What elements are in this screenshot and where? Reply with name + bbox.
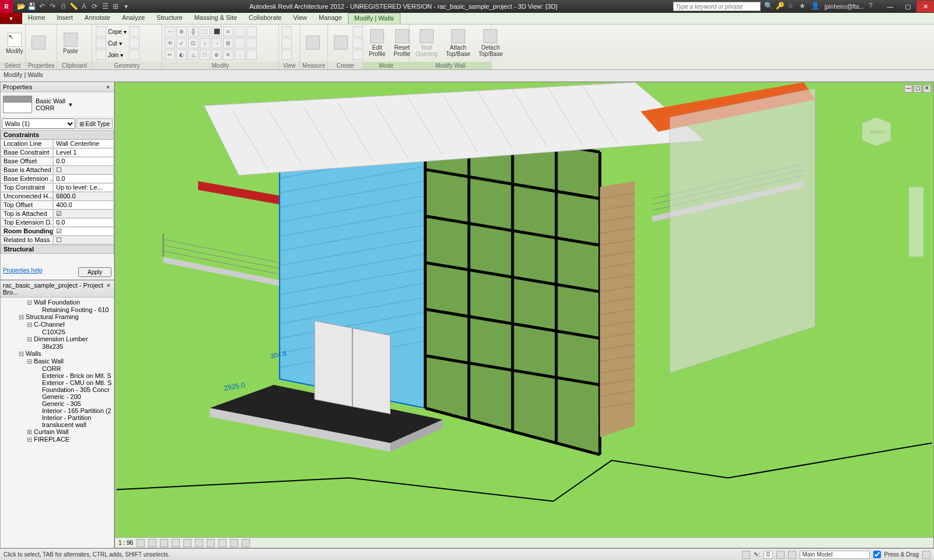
tab-modify-walls[interactable]: Modify | Walls — [348, 13, 400, 24]
detail-level-icon[interactable] — [137, 539, 145, 547]
modify-tool[interactable] — [235, 26, 245, 37]
property-row[interactable]: Location LineWall Centerline — [1, 139, 114, 148]
tree-node[interactable]: Exterior - CMU on Mtl. S — [2, 379, 113, 386]
close-views-icon[interactable]: ⊞ — [111, 2, 120, 11]
tree-node[interactable]: Interior - 165 Partition (2 — [2, 407, 113, 414]
property-row[interactable]: Base is Attached — [1, 166, 114, 174]
tree-node[interactable]: C10X25 — [2, 328, 113, 335]
tree-node[interactable]: 38x235 — [2, 343, 113, 350]
modify-tool[interactable] — [235, 50, 245, 60]
modify-tool[interactable]: ⊞ — [223, 38, 234, 48]
close-button[interactable]: ✕ — [916, 1, 934, 12]
key-icon[interactable]: 🔑 — [776, 2, 785, 11]
modify-tool[interactable]: ↔ — [165, 26, 175, 37]
expand-icon[interactable]: ⊟ — [26, 335, 32, 343]
user-icon[interactable]: 👤 — [811, 2, 820, 11]
paste-button[interactable]: Paste — [60, 32, 82, 55]
star-icon[interactable]: ☆ — [787, 2, 797, 11]
filter-icon[interactable] — [922, 551, 930, 559]
modify-tool[interactable] — [246, 50, 257, 60]
sun-path-icon[interactable] — [160, 539, 168, 547]
geo-tool[interactable] — [129, 50, 140, 60]
undo-icon[interactable]: ↶ — [37, 2, 47, 11]
workset-field[interactable]: Main Model — [800, 551, 870, 559]
scale-display[interactable]: 1 : 96 — [119, 540, 133, 546]
thin-lines-icon[interactable]: ☰ — [100, 2, 110, 11]
tab-insert[interactable]: Insert — [51, 13, 79, 24]
tree-node[interactable]: ⊟ Structural Framing — [2, 313, 113, 321]
cope-icon[interactable] — [96, 26, 106, 37]
rendering-icon[interactable] — [183, 539, 191, 547]
tree-node[interactable]: Foundation - 305 Concr — [2, 386, 113, 393]
navigation-bar[interactable] — [908, 187, 923, 257]
switch-windows-icon[interactable]: ▾ — [121, 2, 131, 11]
help-icon[interactable]: ? — [869, 2, 878, 11]
chevron-down-icon[interactable]: ▾ — [69, 101, 72, 108]
binoculars-icon[interactable]: 🔍 — [764, 2, 773, 11]
geo-tool[interactable] — [129, 38, 140, 48]
geo-tool[interactable] — [129, 26, 140, 37]
tree-node[interactable]: CORR — [2, 365, 113, 372]
filter-selector[interactable]: Walls (1) — [2, 118, 75, 129]
join-icon[interactable] — [96, 50, 106, 60]
measure-button[interactable] — [302, 34, 323, 52]
open-icon[interactable]: 📂 — [16, 2, 26, 11]
apply-button[interactable]: Apply — [78, 267, 111, 277]
property-row[interactable]: Top ConstraintUp to level: Le... — [1, 183, 114, 192]
expand-icon[interactable]: ⊟ — [26, 321, 32, 328]
property-row[interactable]: Room Bounding — [1, 227, 114, 236]
modify-button[interactable]: ↖Modify — [2, 32, 26, 55]
modify-tool[interactable]: ⊗ — [211, 50, 222, 60]
reveal-icon[interactable] — [242, 539, 250, 547]
worksets-icon[interactable] — [788, 551, 796, 559]
user-label[interactable]: jpinheiro@fta... — [823, 4, 866, 10]
redo-icon[interactable]: ↷ — [48, 2, 57, 11]
editable-only-icon[interactable] — [776, 551, 785, 559]
property-row[interactable]: Base Extension ...0.0 — [1, 174, 114, 183]
press-drag-checkbox[interactable] — [873, 551, 881, 558]
modify-tool[interactable]: ╬ — [188, 26, 198, 37]
tab-manage[interactable]: Manage — [313, 13, 348, 24]
property-row[interactable]: Base Offset0.0 — [1, 157, 114, 166]
properties-close-icon[interactable]: × — [104, 83, 111, 90]
tree-node[interactable]: ⊟ C-Channel — [2, 321, 113, 328]
expand-icon[interactable]: ⊟ — [26, 436, 32, 443]
modify-tool[interactable]: ✕ — [223, 50, 234, 60]
tree-node[interactable]: ⊞ Curtain Wall — [2, 428, 113, 436]
cut-icon[interactable] — [96, 38, 106, 48]
modify-tool[interactable] — [246, 26, 257, 37]
view-tool[interactable] — [281, 26, 292, 37]
property-row[interactable]: Related to Mass — [1, 236, 114, 244]
tree-node[interactable]: ⊟ Walls — [2, 350, 113, 358]
property-row[interactable]: Unconnected H...6800.0 — [1, 192, 114, 201]
modify-tool[interactable]: ⟲ — [165, 38, 175, 48]
expand-icon[interactable]: ⊟ — [18, 313, 24, 321]
modify-tool[interactable]: ⊡ — [188, 38, 198, 48]
shadows-icon[interactable] — [172, 539, 180, 547]
modify-tool[interactable]: ⬚ — [200, 26, 210, 37]
tree-node[interactable]: Retaining Footing - 610 — [2, 306, 113, 313]
temp-hide-icon[interactable] — [230, 539, 238, 547]
design-options-field[interactable]: 0 — [764, 551, 773, 559]
tree-node[interactable]: ⊟ Basic Wall — [2, 358, 113, 365]
modify-tool[interactable]: △ — [188, 50, 198, 60]
property-row[interactable]: Base ConstraintLevel 1 — [1, 148, 114, 157]
create-tool[interactable] — [353, 38, 363, 48]
tab-structure[interactable]: Structure — [151, 13, 189, 24]
text-icon[interactable]: A — [79, 2, 89, 11]
tab-view[interactable]: View — [287, 13, 313, 24]
view-tool[interactable] — [281, 38, 292, 48]
modify-tool[interactable]: ⬛ — [211, 26, 222, 37]
view-close-icon[interactable]: ✕ — [923, 85, 931, 93]
modify-tool[interactable] — [246, 38, 257, 48]
tab-collaborate[interactable]: Collaborate — [243, 13, 287, 24]
view-maximize-icon[interactable]: ▢ — [914, 85, 922, 93]
properties-help-link[interactable]: Properties help — [3, 267, 42, 277]
tree-node[interactable]: Exterior - Brick on Mtl. S — [2, 372, 113, 379]
app-menu-button[interactable]: R — [0, 0, 13, 13]
minimize-button[interactable]: — — [881, 1, 899, 12]
tree-node[interactable]: Generic - 305 — [2, 400, 113, 407]
property-row[interactable]: Top Extension D...0.0 — [1, 218, 114, 227]
lock-3d-icon[interactable] — [218, 539, 226, 547]
sync-icon[interactable]: ⟳ — [90, 2, 99, 11]
